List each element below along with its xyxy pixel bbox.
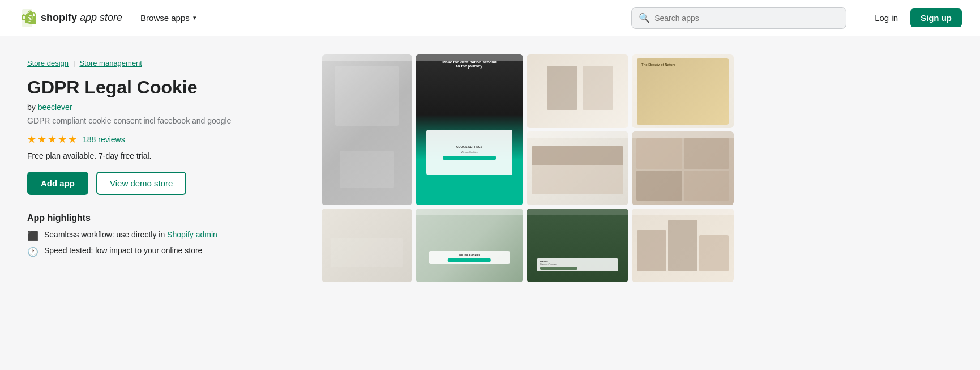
signup-button[interactable]: Sign up	[910, 8, 962, 27]
chevron-down-icon: ▾	[193, 14, 196, 22]
rating-row: ★★★★★ 188 reviews	[27, 133, 299, 146]
logo-link[interactable]: 🛍 shopify app store	[18, 9, 122, 27]
screenshot-tile-4: The Beauty of Nature	[632, 54, 734, 128]
highlight-item-workflow: ⬛ Seamless workflow: use directly in Sho…	[27, 230, 299, 241]
logo-text: shopify app store	[41, 12, 122, 24]
content-area: Store design | Store management GDPR Leg…	[27, 54, 820, 292]
left-panel: Store design | Store management GDPR Leg…	[27, 54, 299, 292]
breadcrumb-store-design[interactable]: Store design	[27, 59, 69, 67]
cta-row: Add app View demo store	[27, 172, 299, 195]
highlight-text-speed: Speed tested: low impact to your online …	[44, 246, 202, 255]
speed-icon: 🕐	[27, 246, 38, 257]
pricing-text: Free plan available. 7-day free trial.	[27, 151, 299, 160]
app-title: GDPR Legal Cookie	[27, 76, 299, 98]
svg-text:🛍: 🛍	[22, 11, 32, 23]
star-rating: ★★★★★	[27, 133, 78, 146]
screenshot-tile-8	[632, 131, 734, 205]
search-input[interactable]	[654, 14, 839, 23]
view-demo-button[interactable]: View demo store	[96, 172, 186, 195]
screenshots-panel: Make the destination secondto the journe…	[322, 54, 820, 292]
app-author: by beeclever	[27, 103, 299, 112]
screenshot-tile-7	[527, 131, 628, 205]
breadcrumb-separator: |	[73, 59, 75, 67]
highlights-section: App highlights ⬛ Seamless workflow: use …	[27, 213, 299, 257]
workflow-icon: ⬛	[27, 231, 38, 241]
screenshot-tile-9: HANDY We use Cookies	[527, 209, 628, 282]
search-icon: 🔍	[639, 12, 650, 23]
highlight-item-speed: 🕐 Speed tested: low impact to your onlin…	[27, 246, 299, 257]
screenshot-tile-11	[632, 209, 734, 282]
screenshot-tile-6: We use Cookies	[416, 209, 523, 282]
search-box: 🔍	[631, 7, 846, 29]
main-content: Store design | Store management GDPR Leg…	[0, 36, 980, 370]
screenshot-tile-3	[527, 54, 628, 128]
login-button[interactable]: Log in	[869, 10, 904, 26]
screenshots-mosaic: Make the destination secondto the journe…	[322, 54, 820, 292]
highlight-text-workflow: Seamless workflow: use directly in Shopi…	[44, 230, 217, 239]
author-link[interactable]: beeclever	[38, 103, 72, 112]
shopify-admin-link[interactable]: Shopify admin	[167, 230, 217, 239]
screenshot-tile-1	[322, 54, 412, 205]
header: 🛍 shopify app store Browse apps ▾ 🔍 Log …	[0, 0, 980, 36]
breadcrumb: Store design | Store management	[27, 59, 299, 67]
reviews-link[interactable]: 188 reviews	[83, 135, 125, 144]
screenshot-tile-5	[322, 209, 412, 282]
browse-apps-button[interactable]: Browse apps ▾	[136, 11, 201, 25]
app-description: GDPR compliant cookie consent incl faceb…	[27, 116, 299, 125]
add-app-button[interactable]: Add app	[27, 172, 88, 195]
shopify-logo-icon: 🛍	[18, 9, 36, 27]
breadcrumb-store-management[interactable]: Store management	[79, 59, 142, 67]
header-auth: Log in Sign up	[869, 8, 962, 27]
highlights-title: App highlights	[27, 213, 299, 223]
screenshot-tile-2: Make the destination secondto the journe…	[416, 54, 523, 205]
